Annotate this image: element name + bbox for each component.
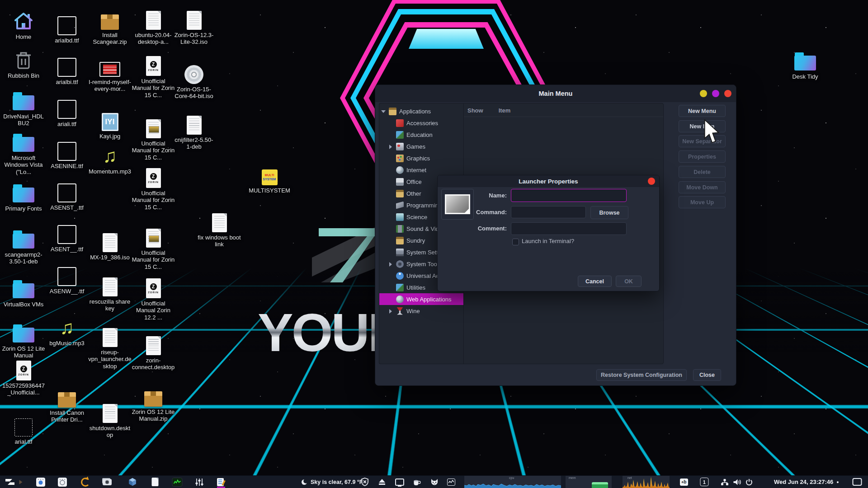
dialog-titlebar[interactable]: Launcher Properties bbox=[438, 175, 659, 187]
chevron-right-icon[interactable] bbox=[388, 262, 393, 267]
chevron-down-icon[interactable] bbox=[381, 109, 386, 114]
column-header-item[interactable]: Item bbox=[499, 107, 511, 114]
move-up-button[interactable]: Move Up bbox=[679, 196, 726, 208]
desktop-icon-asent-ttf[interactable]: ASENT__.ttf bbox=[45, 221, 89, 253]
comment-input[interactable] bbox=[511, 222, 627, 235]
desktop-icon-drivenavi-hdlbu2[interactable]: DriveNavi_HDLBU2 bbox=[2, 89, 45, 127]
desktop-icon-1525725936447-unofficial[interactable]: ZZORIN1525725936447_Unofficial... bbox=[2, 358, 45, 396]
desktop-icon-ariali-ttf[interactable]: ariali.ttf bbox=[45, 96, 89, 127]
desktop-icon-install-scangear-zip[interactable]: Install Scangear.zip bbox=[88, 7, 132, 46]
update-manager-icon[interactable] bbox=[81, 476, 90, 488]
tree-item-internet[interactable]: Internet bbox=[379, 164, 463, 176]
desktop-icon-desk-tidy[interactable]: Desk Tidy bbox=[783, 49, 827, 80]
cancel-button[interactable]: Cancel bbox=[578, 276, 612, 287]
desktop-icon-arialbd-ttf[interactable]: arialbd.ttf bbox=[45, 13, 89, 44]
chevron-right-icon[interactable] bbox=[388, 309, 393, 314]
desktop-icon-primary-fonts[interactable]: Primary Fonts bbox=[2, 181, 45, 212]
tree-item-graphics[interactable]: Graphics bbox=[379, 152, 463, 164]
shield-off-icon[interactable] bbox=[361, 476, 368, 488]
new-menu-button[interactable]: New Menu bbox=[679, 105, 726, 117]
desktop-icon-cnijfilter2-5-50-1-deb[interactable]: cnijfilter2-5.50-1-deb bbox=[172, 112, 216, 150]
browse-button[interactable]: Browse bbox=[590, 206, 628, 219]
properties-button[interactable]: Properties bbox=[679, 150, 726, 163]
desktop-icon-multisystem[interactable]: MULTISYSTEMMULTISYSTEM bbox=[248, 163, 291, 194]
desktop-icon-shutdown-desktop[interactable]: shutdown.desktop bbox=[88, 400, 132, 439]
desktop-icon-zorin-os-12-3-lite-32-iso[interactable]: Zorin-OS-12.3-Lite-32.iso bbox=[172, 7, 216, 46]
close-button[interactable]: Close bbox=[693, 369, 721, 381]
launch-in-terminal-checkbox[interactable] bbox=[512, 239, 519, 245]
audio-mixer-icon[interactable] bbox=[195, 476, 203, 488]
tree-item-education[interactable]: Education bbox=[379, 129, 463, 141]
delete-button[interactable]: Delete bbox=[679, 166, 726, 178]
ok-button[interactable]: OK bbox=[616, 276, 642, 287]
desktop-icon-rubbish-bin[interactable]: Rubbish Bin bbox=[2, 48, 45, 79]
desktop-icon-fix-windows-boot-link[interactable]: fix windows boot link bbox=[198, 210, 241, 248]
keyboard-layout-indicator[interactable]: ab bbox=[680, 476, 688, 488]
workspace-switcher[interactable]: 1 bbox=[700, 476, 709, 488]
tree-item-games[interactable]: Games bbox=[379, 141, 463, 152]
network-nodes-icon[interactable] bbox=[721, 476, 729, 488]
name-input[interactable] bbox=[511, 189, 627, 202]
maximize-button[interactable] bbox=[712, 90, 719, 97]
notifications-icon[interactable] bbox=[853, 476, 862, 488]
desktop-icon-kayi-jpg[interactable]: IYIKayi.jpg bbox=[88, 108, 132, 140]
desktop-icon-unofficial-manual-for-zorin-15-c[interactable]: Unofficial Manual for Zorin 15 C... bbox=[132, 116, 175, 161]
window-titlebar[interactable]: Main Menu bbox=[375, 85, 736, 102]
desktop-icon-install-canon-printer-dri[interactable]: Install Canon Printer Dri... bbox=[45, 385, 89, 423]
desktop-icon-bgmusic-mp3[interactable]: ♫bgMusic.mp3 bbox=[45, 315, 89, 347]
desktop-icon-asenine-ttf[interactable]: ASENINE.ttf bbox=[45, 138, 89, 169]
desktop-icon-rescuzilla-share-key[interactable]: rescuzilla share key bbox=[88, 274, 132, 312]
desktop-icon-asenst-ttf[interactable]: ASENST_.ttf bbox=[45, 180, 89, 211]
settings-app-icon[interactable] bbox=[58, 476, 67, 488]
desktop-icon-zorin-os-12-lite-manual[interactable]: Zorin OS 12 Lite Manual bbox=[2, 321, 45, 359]
desktop-icon-unofficial-manual-for-zorin-15-c[interactable]: Unofficial Manual for Zorin 15 C... bbox=[132, 225, 175, 270]
menu-editor-icon[interactable] bbox=[217, 476, 226, 488]
desktop-icon-ubuntu-20-04-desktop-a[interactable]: ubuntu-20.04-desktop-a... bbox=[132, 7, 175, 46]
screenshot-tool-icon[interactable] bbox=[103, 476, 112, 488]
system-monitor-icon[interactable] bbox=[172, 476, 183, 488]
virtualbox-icon[interactable] bbox=[128, 476, 137, 488]
desktop-icon-momentum-mp3[interactable]: ♫Momentum.mp3 bbox=[88, 144, 132, 175]
eject-icon[interactable] bbox=[379, 476, 385, 488]
close-button[interactable] bbox=[724, 90, 731, 97]
tree-item-applications[interactable]: Applications bbox=[379, 105, 463, 117]
software-store-icon[interactable] bbox=[36, 476, 45, 488]
desktop-icon-scangearmp2-3-50-1-deb[interactable]: scangearmp2-3.50-1-deb bbox=[2, 227, 45, 265]
weather-widget[interactable]: Sky is clear, 67.9 °F bbox=[301, 476, 363, 488]
chevron-right-icon[interactable] bbox=[388, 144, 393, 149]
tree-item-wine[interactable]: Wine bbox=[379, 305, 463, 317]
document-viewer-icon[interactable] bbox=[152, 476, 159, 488]
tree-item-web-applications[interactable]: Web Applications bbox=[379, 293, 463, 305]
desktop-icon-virtualbox-vms[interactable]: VirtualBox VMs bbox=[2, 277, 45, 308]
tree-item-accessories[interactable]: Accessories bbox=[379, 117, 463, 129]
panel-expander-icon[interactable] bbox=[19, 476, 23, 488]
power-icon[interactable] bbox=[745, 476, 753, 488]
desktop-icon-microsoft-windows-vista-lo[interactable]: Microsoft Windows Vista ("Lo... bbox=[2, 130, 45, 175]
minimize-button[interactable] bbox=[700, 90, 707, 97]
command-input[interactable] bbox=[511, 206, 586, 218]
desktop-icon-zorin-os-15-core-64-bit-iso[interactable]: Zorin-OS-15-Core-64-bit.iso bbox=[172, 61, 216, 100]
display-icon[interactable] bbox=[395, 476, 404, 488]
move-down-button[interactable]: Move Down bbox=[679, 181, 726, 193]
desktop-icon-home[interactable]: Home bbox=[2, 9, 45, 40]
desktop-icon-zorin-connect-desktop[interactable]: zorin-connect.desktop bbox=[132, 333, 175, 371]
desktop-icon-zorin-os-12-lite-manual-zip[interactable]: Zorin OS 12 Lite Manual.zip bbox=[132, 384, 175, 422]
desktop-icon-riseup-vpn-launcher-desktop[interactable]: riseup-vpn_launcher.desktop bbox=[88, 324, 132, 370]
restore-system-configuration-button[interactable]: Restore System Configuration bbox=[596, 369, 687, 381]
desktop-icon-arialbi-ttf[interactable]: arialbi.ttf bbox=[45, 54, 89, 85]
desktop-icon-unofficial-manual-zorin-12-2[interactable]: ZZORINUnofficial Manual Zorin 12.2 ... bbox=[132, 276, 175, 321]
cat-icon[interactable] bbox=[430, 476, 439, 488]
desktop-icon-asenw-ttf[interactable]: ASENW__.ttf bbox=[45, 263, 89, 295]
zorin-menu-icon[interactable] bbox=[5, 476, 15, 488]
dialog-close-button[interactable] bbox=[648, 178, 655, 185]
column-header-show[interactable]: Show bbox=[467, 107, 483, 114]
desktop-icon-unofficial-manual-for-zorin-15-c[interactable]: ZZORINUnofficial Manual for Zorin 15 C..… bbox=[132, 53, 175, 99]
caffeine-icon[interactable] bbox=[413, 476, 421, 488]
volume-icon[interactable] bbox=[733, 476, 742, 488]
desktop-icon-i-remind-myself-every-mor[interactable]: I-remind-myself-every-mor... bbox=[88, 54, 132, 93]
desktop-icon-arial-ttf[interactable]: arial.ttf bbox=[2, 414, 45, 445]
desktop-icon-unofficial-manual-for-zorin-15-c[interactable]: ZZORINUnofficial Manual for Zorin 15 C..… bbox=[132, 165, 175, 211]
clock[interactable]: Wed Jun 24, 23:27:46 ● bbox=[774, 476, 839, 488]
desktop-icon-mx-19-386-iso[interactable]: MX-19_386.iso bbox=[88, 230, 132, 261]
activity-icon[interactable] bbox=[447, 476, 455, 488]
